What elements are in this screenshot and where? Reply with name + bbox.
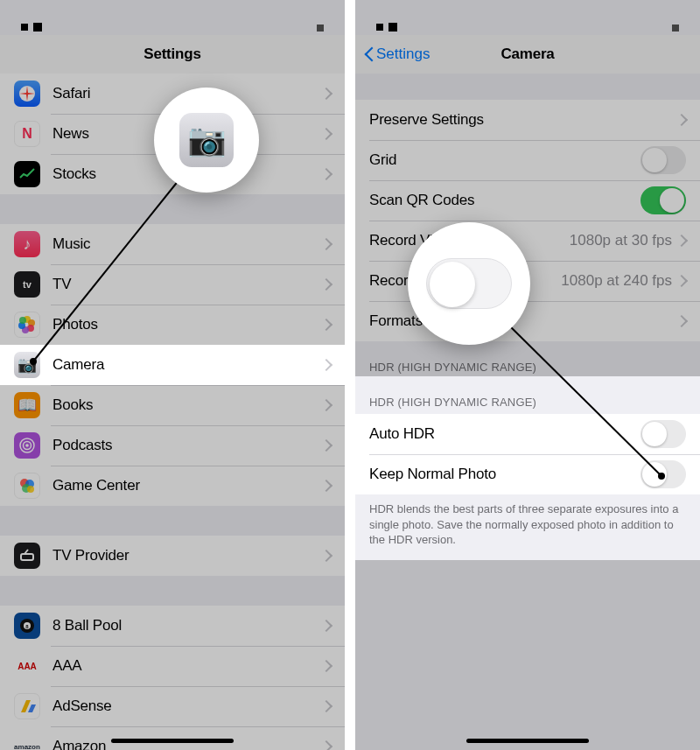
row-tvprovider[interactable]: TV Provider bbox=[0, 536, 345, 576]
adsense-icon bbox=[14, 693, 40, 719]
toggle-keepnormal[interactable] bbox=[640, 460, 686, 488]
section-header-hdr: HDR (HIGH DYNAMIC RANGE) bbox=[355, 376, 700, 414]
settings-list-c: TV Provider bbox=[0, 536, 345, 576]
row-qr[interactable]: Scan QR Codes bbox=[355, 180, 700, 221]
page-title: Camera bbox=[500, 46, 554, 63]
row-label: Podcasts bbox=[52, 437, 322, 454]
back-button[interactable]: Settings bbox=[364, 35, 430, 74]
chevron-right-icon bbox=[322, 619, 331, 633]
toggle-off-icon bbox=[426, 258, 512, 309]
row-label: AdSense bbox=[52, 697, 322, 715]
chevron-right-icon bbox=[322, 659, 331, 673]
row-label: Scan QR Codes bbox=[369, 192, 640, 209]
row-record-video[interactable]: Record Video 1080p at 30 fps bbox=[355, 221, 700, 261]
svg-point-6 bbox=[19, 317, 26, 324]
row-label: Keep Normal Photo bbox=[369, 466, 640, 483]
chevron-right-icon bbox=[322, 699, 331, 713]
row-value: 1080p at 240 fps bbox=[561, 272, 672, 290]
row-podcasts[interactable]: Podcasts bbox=[0, 425, 345, 466]
section-header-hdr: HDR (HIGH DYNAMIC RANGE) bbox=[355, 341, 700, 379]
camera-settings-list: Preserve Settings Grid Scan QR Codes Rec… bbox=[355, 100, 700, 341]
8ball-icon: 8 bbox=[14, 613, 40, 639]
toggle-grid[interactable] bbox=[640, 146, 686, 174]
toggle-qr[interactable] bbox=[640, 186, 686, 214]
row-label: TV Provider bbox=[52, 547, 322, 564]
row-label: Books bbox=[52, 396, 322, 414]
settings-list-d: 8 8 Ball Pool AAA AAA AdSense amazon Ama… bbox=[0, 606, 345, 750]
row-label: Camera bbox=[52, 356, 322, 374]
row-formats[interactable]: Formats bbox=[355, 301, 700, 341]
status-bar bbox=[0, 0, 345, 35]
chevron-right-icon bbox=[677, 274, 686, 288]
aaa-icon: AAA bbox=[14, 653, 40, 679]
chevron-right-icon bbox=[322, 398, 331, 412]
camera-icon: 📷 bbox=[14, 352, 40, 378]
chevron-right-icon bbox=[322, 739, 331, 750]
chevron-right-icon bbox=[322, 127, 331, 141]
row-music[interactable]: ♪ Music bbox=[0, 224, 345, 264]
gamecenter-icon bbox=[14, 473, 40, 499]
row-label: AAA bbox=[52, 657, 322, 675]
chevron-right-icon bbox=[322, 237, 331, 251]
chevron-right-icon bbox=[677, 314, 686, 328]
nav-header: Settings bbox=[0, 35, 345, 74]
phone-camera-settings: Settings Camera Preserve Settings Grid S… bbox=[355, 0, 700, 750]
highlighted-hdr-block: HDR (HIGH DYNAMIC RANGE) Auto HDR Keep N… bbox=[355, 376, 700, 560]
highlighted-row-camera[interactable]: 📷 Camera bbox=[0, 345, 345, 385]
news-icon: N bbox=[14, 121, 40, 147]
chevron-right-icon bbox=[677, 234, 686, 248]
row-label: 8 Ball Pool bbox=[52, 617, 322, 634]
chevron-right-icon bbox=[322, 549, 331, 563]
tv-icon: tv bbox=[14, 271, 40, 298]
row-preserve[interactable]: Preserve Settings bbox=[355, 100, 700, 140]
row-value: 1080p at 30 fps bbox=[570, 232, 672, 249]
row-label: Photos bbox=[52, 316, 322, 333]
amazon-icon: amazon bbox=[14, 733, 40, 750]
toggle-autohdr[interactable] bbox=[640, 420, 686, 448]
tvprovider-icon bbox=[14, 543, 40, 569]
section-footer-hdr: HDR blends the best parts of three separ… bbox=[355, 494, 700, 560]
svg-point-13 bbox=[27, 486, 34, 493]
row-tv[interactable]: tv TV bbox=[0, 264, 345, 305]
row-8ball[interactable]: 8 8 Ball Pool bbox=[0, 606, 345, 646]
callout-toggle-off bbox=[408, 222, 530, 345]
row-gamecenter[interactable]: Game Center bbox=[0, 466, 345, 506]
callout-camera-icon: 📷 bbox=[154, 88, 259, 193]
chevron-right-icon bbox=[322, 277, 331, 291]
row-adsense[interactable]: AdSense bbox=[0, 686, 345, 726]
chevron-right-icon bbox=[322, 318, 331, 332]
row-label: Auto HDR bbox=[369, 425, 640, 443]
chevron-right-icon bbox=[322, 438, 331, 452]
row-label: Preserve Settings bbox=[369, 111, 677, 129]
photos-icon bbox=[14, 312, 40, 338]
camera-icon: 📷 bbox=[179, 113, 234, 167]
row-aaa[interactable]: AAA AAA bbox=[0, 646, 345, 686]
row-books[interactable]: 📖 Books bbox=[0, 385, 345, 425]
home-indicator bbox=[466, 739, 589, 743]
home-indicator bbox=[111, 739, 234, 743]
podcasts-icon bbox=[14, 432, 40, 459]
row-autohdr[interactable]: Auto HDR bbox=[355, 414, 700, 454]
chevron-right-icon bbox=[322, 167, 331, 181]
row-label: TV bbox=[52, 276, 322, 293]
row-keepnormal[interactable]: Keep Normal Photo bbox=[355, 454, 700, 494]
chevron-right-icon bbox=[322, 358, 331, 372]
back-label: Settings bbox=[376, 46, 430, 63]
row-label: Music bbox=[52, 235, 322, 253]
chevron-right-icon bbox=[677, 113, 686, 127]
row-label: Formats bbox=[369, 312, 677, 330]
chevron-left-icon bbox=[364, 46, 374, 63]
stocks-icon bbox=[14, 161, 40, 187]
svg-rect-14 bbox=[21, 554, 33, 560]
svg-point-9 bbox=[25, 444, 29, 447]
books-icon: 📖 bbox=[14, 392, 40, 418]
chevron-right-icon bbox=[322, 479, 331, 493]
page-title: Settings bbox=[144, 46, 200, 63]
nav-header: Settings Camera bbox=[355, 35, 700, 74]
music-icon: ♪ bbox=[14, 231, 40, 257]
row-label: Game Center bbox=[52, 477, 322, 494]
row-photos[interactable]: Photos bbox=[0, 305, 345, 345]
chevron-right-icon bbox=[322, 87, 331, 101]
safari-icon bbox=[14, 81, 40, 107]
row-grid[interactable]: Grid bbox=[355, 140, 700, 180]
